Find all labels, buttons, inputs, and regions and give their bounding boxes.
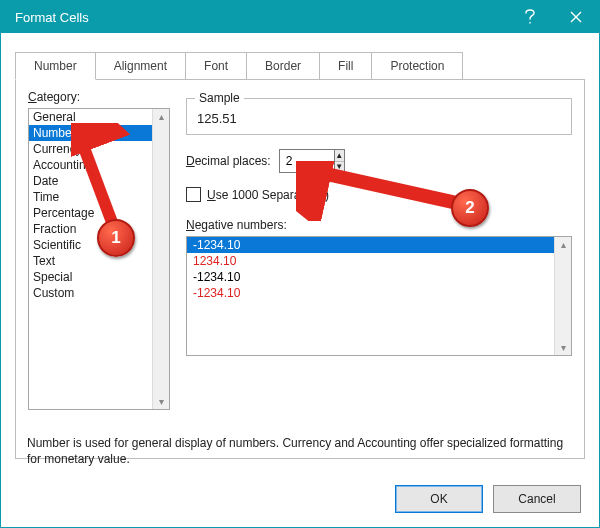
category-item[interactable]: Currency xyxy=(29,141,169,157)
sample-value: 125.51 xyxy=(197,109,561,126)
category-item[interactable]: Scientific xyxy=(29,237,169,253)
tab-protection[interactable]: Protection xyxy=(371,52,463,80)
category-item[interactable]: Fraction xyxy=(29,221,169,237)
checkbox-box[interactable] xyxy=(186,187,201,202)
dialog-buttons: OK Cancel xyxy=(395,485,581,513)
category-item[interactable]: Number xyxy=(29,125,169,141)
scrollbar[interactable]: ▴▾ xyxy=(554,237,571,355)
tab-fill[interactable]: Fill xyxy=(319,52,372,80)
category-item[interactable]: Text xyxy=(29,253,169,269)
format-description: Number is used for general display of nu… xyxy=(27,435,573,467)
client-area: Number Alignment Font Border Fill Protec… xyxy=(1,33,599,469)
window-controls xyxy=(507,1,599,33)
decimal-places-label: Decimal places: xyxy=(186,154,271,168)
decimal-places-input[interactable] xyxy=(280,150,334,172)
decimal-places-spinner[interactable]: ▲ ▼ xyxy=(279,149,345,173)
category-item[interactable]: General xyxy=(29,109,169,125)
tab-number[interactable]: Number xyxy=(15,52,96,80)
thousands-separator-checkbox[interactable]: Use 1000 Separator (,) xyxy=(186,187,572,202)
sample-label: Sample xyxy=(195,91,244,105)
negative-number-item[interactable]: -1234.10 xyxy=(187,269,571,285)
category-item[interactable]: Accounting xyxy=(29,157,169,173)
category-section: Category: GeneralNumberCurrencyAccountin… xyxy=(28,90,168,410)
ok-button[interactable]: OK xyxy=(395,485,483,513)
titlebar: Format Cells xyxy=(1,1,599,33)
category-item[interactable]: Date xyxy=(29,173,169,189)
window-title: Format Cells xyxy=(15,10,89,25)
category-item[interactable]: Time xyxy=(29,189,169,205)
format-cells-dialog: Format Cells Number Alignment Font Borde… xyxy=(0,0,600,528)
negative-numbers-listbox[interactable]: -1234.101234.10-1234.10-1234.10 ▴▾ xyxy=(186,236,572,356)
category-label: Category: xyxy=(28,90,168,104)
tabstrip: Number Alignment Font Border Fill Protec… xyxy=(15,51,585,79)
tab-alignment[interactable]: Alignment xyxy=(95,52,186,80)
tab-font[interactable]: Font xyxy=(185,52,247,80)
negative-numbers-label: Negative numbers: xyxy=(186,218,572,232)
sample-group: Sample 125.51 xyxy=(186,98,572,135)
scrollbar[interactable]: ▴▾ xyxy=(152,109,169,409)
thousands-separator-label: Use 1000 Separator (,) xyxy=(207,188,329,202)
category-item[interactable]: Special xyxy=(29,269,169,285)
negative-number-item[interactable]: -1234.10 xyxy=(187,237,571,253)
category-item[interactable]: Percentage xyxy=(29,205,169,221)
spinner-down[interactable]: ▼ xyxy=(335,162,344,173)
close-button[interactable] xyxy=(553,1,599,33)
spinner-up[interactable]: ▲ xyxy=(335,150,344,162)
category-listbox[interactable]: GeneralNumberCurrencyAccountingDateTimeP… xyxy=(28,108,170,410)
tab-border[interactable]: Border xyxy=(246,52,320,80)
negative-number-item[interactable]: 1234.10 xyxy=(187,253,571,269)
decimal-places-row: Decimal places: ▲ ▼ xyxy=(186,149,572,173)
tab-panel-number: Category: GeneralNumberCurrencyAccountin… xyxy=(15,79,585,459)
cancel-button[interactable]: Cancel xyxy=(493,485,581,513)
number-options: Sample 125.51 Decimal places: ▲ ▼ xyxy=(186,90,572,356)
help-button[interactable] xyxy=(507,1,553,33)
category-item[interactable]: Custom xyxy=(29,285,169,301)
negative-number-item[interactable]: -1234.10 xyxy=(187,285,571,301)
